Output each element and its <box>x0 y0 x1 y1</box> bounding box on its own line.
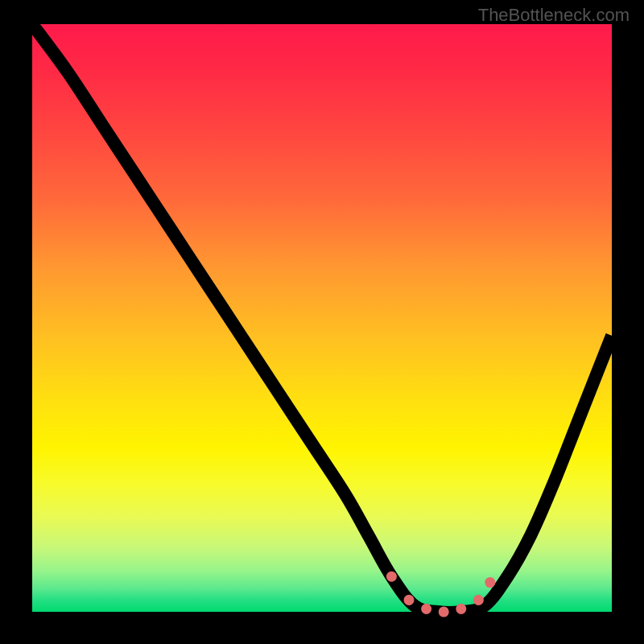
chart-svg <box>32 24 612 612</box>
curve-marker <box>439 606 449 617</box>
watermark-text: TheBottleneck.com <box>478 5 630 26</box>
curve-marker <box>473 595 484 605</box>
curve-marker <box>404 595 415 605</box>
curve-marker <box>485 577 495 588</box>
bottleneck-curve-line <box>32 24 612 613</box>
chart-container: TheBottleneck.com <box>0 0 644 644</box>
curve-marker <box>386 572 397 582</box>
plot-area <box>32 24 612 612</box>
curve-marker <box>421 604 431 614</box>
curve-marker <box>456 604 466 614</box>
